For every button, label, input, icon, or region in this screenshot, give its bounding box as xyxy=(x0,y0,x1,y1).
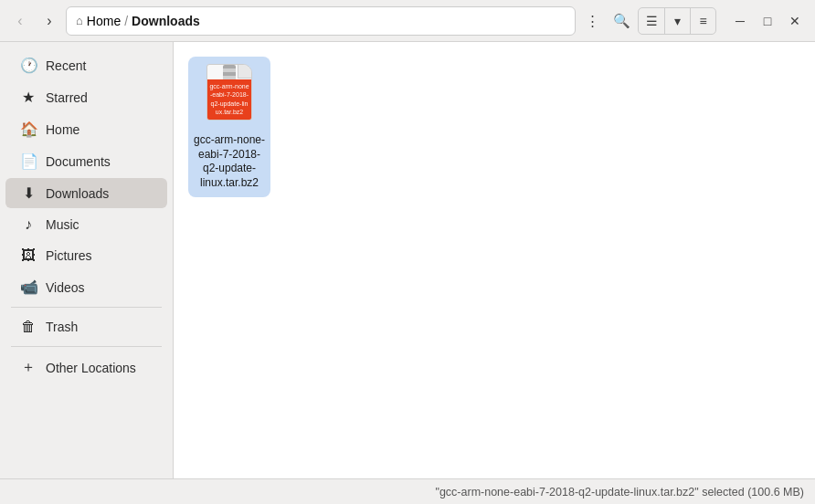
recent-icon: 🕐 xyxy=(20,57,37,74)
file-area[interactable]: gcc-arm-none-eabi-7-2018-q2-update-linux… xyxy=(174,42,815,478)
close-button[interactable]: ✕ xyxy=(782,8,808,34)
sidebar-item-label: Music xyxy=(46,217,79,232)
pictures-icon: 🖼 xyxy=(20,247,37,264)
sidebar-divider-2 xyxy=(11,346,162,347)
music-icon: ♪ xyxy=(20,216,37,233)
statusbar: "gcc-arm-none-eabi-7-2018-q2-update-linu… xyxy=(0,478,815,504)
documents-icon: 📄 xyxy=(20,152,37,170)
sidebar-item-downloads[interactable]: ⬇ Downloads xyxy=(5,178,167,208)
breadcrumb-current-label: Downloads xyxy=(132,14,200,28)
maximize-icon: □ xyxy=(764,14,771,28)
file-name-label: gcc-arm-none-eabi-7-2018-q2-update-linux… xyxy=(192,133,267,190)
view-list-button[interactable]: ☰ xyxy=(639,8,664,34)
plus-icon: ＋ xyxy=(20,358,37,377)
back-button[interactable]: ‹ xyxy=(7,8,33,34)
sidebar-item-label: Recent xyxy=(46,58,86,73)
sidebar-item-pictures[interactable]: 🖼 Pictures xyxy=(5,241,167,270)
breadcrumb-home-label: Home xyxy=(87,14,121,28)
trash-icon: 🗑 xyxy=(20,319,37,335)
sidebar-item-home[interactable]: 🏠 Home xyxy=(5,114,167,144)
forward-icon: › xyxy=(47,13,51,29)
sidebar-item-other-locations[interactable]: ＋ Other Locations xyxy=(5,352,167,383)
videos-icon: 📹 xyxy=(20,278,37,296)
home-icon: 🏠 xyxy=(20,121,37,138)
list-item[interactable]: gcc-arm-none-eabi-7-2018-q2-update-linux… xyxy=(188,57,270,197)
sidebar-item-label: Pictures xyxy=(46,248,92,263)
back-icon: ‹ xyxy=(17,13,22,29)
window-controls: ─ □ ✕ xyxy=(727,8,808,34)
sidebar-item-documents[interactable]: 📄 Documents xyxy=(5,146,167,176)
view-controls: ☰ ▾ ≡ xyxy=(638,7,716,35)
titlebar: ‹ › ⌂ Home / Downloads ⋮ 🔍 ☰ ▾ ≡ ─ □ ✕ xyxy=(0,0,815,42)
sidebar-item-music[interactable]: ♪ Music xyxy=(5,210,167,239)
archive-label: gcc-arm-none-eabi-7-2018-q2-update-linux… xyxy=(207,79,251,120)
menu-button[interactable]: ⋮ xyxy=(579,8,605,34)
minimize-button[interactable]: ─ xyxy=(727,8,753,34)
view-options-button[interactable]: ≡ xyxy=(690,8,715,34)
home-breadcrumb-icon: ⌂ xyxy=(76,14,83,27)
view-options-icon: ≡ xyxy=(699,14,706,28)
search-icon: 🔍 xyxy=(613,13,630,29)
sidebar: 🕐 Recent ★ Starred 🏠 Home 📄 Documents ⬇ … xyxy=(0,42,174,478)
sidebar-item-label: Starred xyxy=(46,90,88,105)
view-list-icon: ☰ xyxy=(646,14,658,28)
menu-icon: ⋮ xyxy=(586,13,599,29)
star-icon: ★ xyxy=(20,89,37,106)
maximize-button[interactable]: □ xyxy=(755,8,780,34)
sidebar-item-label: Downloads xyxy=(46,186,109,201)
sidebar-item-videos[interactable]: 📹 Videos xyxy=(5,272,167,302)
minimize-icon: ─ xyxy=(736,14,745,28)
view-toggle-button[interactable]: ▾ xyxy=(664,8,690,34)
sidebar-item-starred[interactable]: ★ Starred xyxy=(5,82,167,112)
close-icon: ✕ xyxy=(789,14,800,28)
forward-button[interactable]: › xyxy=(37,8,62,34)
main-area: 🕐 Recent ★ Starred 🏠 Home 📄 Documents ⬇ … xyxy=(0,42,815,478)
chevron-down-icon: ▾ xyxy=(674,14,681,28)
sidebar-item-label: Home xyxy=(46,122,79,137)
sidebar-divider xyxy=(11,307,162,308)
archive-icon: gcc-arm-none-eabi-7-2018-q2-update-linux… xyxy=(202,64,257,130)
sidebar-item-recent[interactable]: 🕐 Recent xyxy=(5,50,167,80)
sidebar-item-label: Videos xyxy=(46,280,85,295)
breadcrumb[interactable]: ⌂ Home / Downloads xyxy=(66,6,576,36)
archive-paper: gcc-arm-none-eabi-7-2018-q2-update-linux… xyxy=(206,64,252,121)
search-button[interactable]: 🔍 xyxy=(609,8,634,34)
sidebar-other-locations-label: Other Locations xyxy=(46,361,136,375)
breadcrumb-separator: / xyxy=(124,14,128,28)
downloads-icon: ⬇ xyxy=(20,184,37,202)
sidebar-item-trash[interactable]: 🗑 Trash xyxy=(5,312,167,341)
statusbar-text: "gcc-arm-none-eabi-7-2018-q2-update-linu… xyxy=(435,486,804,499)
sidebar-item-label: Trash xyxy=(46,320,78,334)
sidebar-item-label: Documents xyxy=(46,154,111,169)
